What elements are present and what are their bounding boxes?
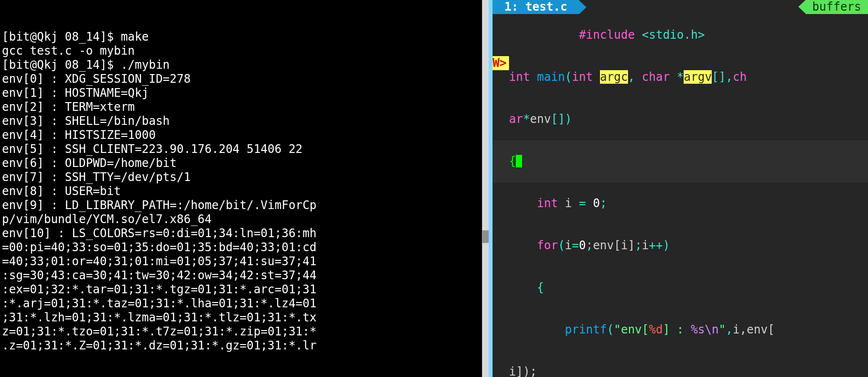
terminal-line: gcc test.c -o mybin (2, 44, 487, 58)
terminal-scrollbar[interactable] (482, 0, 489, 377)
terminal-line: env[10] : LS_COLORS=rs=0:di=01;34:ln=01;… (2, 226, 487, 241)
terminal-line: env[2] : TERM=xterm (2, 100, 487, 114)
terminal-line: [bit@Qkj 08_14]$ ./mybin (2, 58, 487, 72)
code-line: int i = 0; (493, 182, 868, 225)
code-line: printf("env[%d] : %s\n",i,env[ (493, 309, 868, 351)
terminal-line: env[4] : HISTSIZE=1000 (2, 128, 487, 142)
code-area[interactable]: #include <stdio.h> W> int main(int argc,… (493, 14, 868, 377)
terminal-line: z=01;31:*.tzo=01;31:*.t7z=01;31:*.zip=01… (2, 325, 487, 339)
code-line: ar*env[]) (493, 98, 868, 140)
terminal-line: env[5] : SSH_CLIENT=223.90.176.204 51406… (2, 142, 487, 156)
tab-arrow-icon (579, 0, 586, 14)
terminal-line: env[9] : LD_LIBRARY_PATH=:/home/bit/.Vim… (2, 198, 487, 212)
terminal-line: :ex=01;32:*.tar=01;31:*.tgz=01;31:*.arc=… (2, 283, 487, 297)
code-line: #include <stdio.h> (493, 14, 868, 56)
brace-open: { (509, 154, 516, 168)
terminal-output: [bit@Qkj 08_14]$ makegcc test.c -o mybin… (2, 30, 487, 353)
terminal-line: :*.arj=01;31:*.taz=01;31:*.lha=01;31:*.l… (2, 297, 487, 311)
terminal-line: env[1] : HOSTNAME=Qkj (2, 86, 487, 100)
code-line-cursor: { (493, 140, 868, 182)
pane-separator[interactable] (489, 0, 493, 377)
tab-test-c[interactable]: 1: test.c (493, 0, 586, 14)
text-cursor-icon (516, 155, 522, 167)
gutter-warning-icon: W> (493, 56, 509, 70)
terminal-line: =40;33;01:or=40;31;01:mi=01;05;37;41:su=… (2, 255, 487, 269)
code-line: for(i=0;env[i];i++) (493, 225, 868, 267)
terminal-line: ;31:*.lzh=01;31:*.lzma=01;31:*.tlz=01;31… (2, 311, 487, 325)
terminal-line: p/vim/bundle/YCM.so/el7.x86_64 (2, 212, 487, 226)
code-line: i]); (493, 351, 868, 377)
editor-pane[interactable]: 1: test.c buffers #include <stdio.h> W> … (493, 0, 868, 377)
terminal-line: .z=01;31:*.Z=01;31:*.dz=01;31:*.gz=01;31… (2, 339, 487, 353)
buffers-button[interactable]: buffers (798, 0, 868, 14)
terminal-line: env[8] : USER=bit (2, 184, 487, 198)
terminal-line: env[0] : XDG_SESSION_ID=278 (2, 72, 487, 86)
terminal-line: env[3] : SHELL=/bin/bash (2, 114, 487, 128)
terminal-line: =00:pi=40;33:so=01;35:do=01;35:bd=40;33;… (2, 241, 487, 255)
buffers-label: buffers (812, 0, 861, 14)
tab-label: 1: test.c (504, 0, 567, 14)
terminal-line: [bit@Qkj 08_14]$ make (2, 30, 487, 44)
terminal-line: :sg=30;43:ca=30;41:tw=30;42:ow=34;42:st=… (2, 269, 487, 283)
terminal-scrollbar-thumb[interactable] (482, 230, 489, 243)
terminal-line: env[6] : OLDPWD=/home/bit (2, 156, 487, 170)
code-line: { (493, 267, 868, 309)
editor-tabbar: 1: test.c buffers (493, 0, 868, 14)
terminal-line: env[7] : SSH_TTY=/dev/pts/1 (2, 170, 487, 184)
buffers-arrow-icon (798, 0, 806, 14)
code-line: W> int main(int argc, char *argv[],ch (493, 56, 868, 98)
terminal-pane[interactable]: [bit@Qkj 08_14]$ makegcc test.c -o mybin… (0, 0, 489, 377)
